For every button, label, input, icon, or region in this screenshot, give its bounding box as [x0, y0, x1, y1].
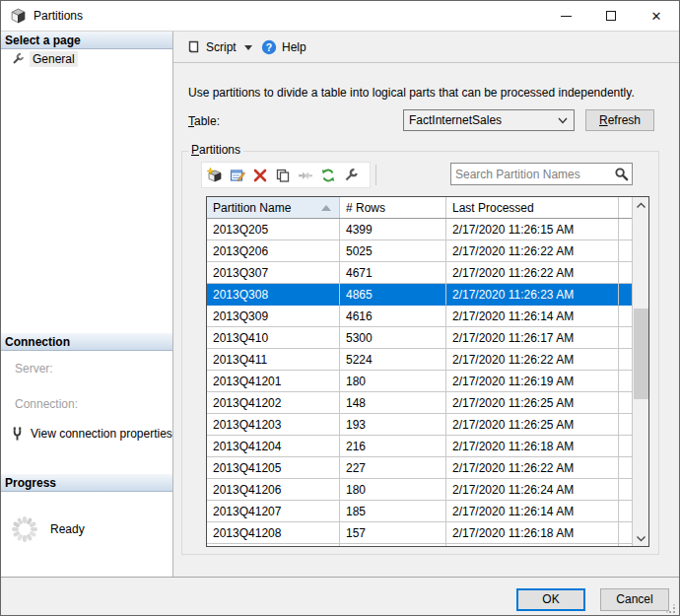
table-row[interactable]: 2013Q412042162/17/2020 11:26:18 AM — [207, 436, 634, 457]
cell-partition-name: 2013Q41209 — [207, 544, 340, 546]
window-title: Partitions — [34, 9, 83, 23]
merge-partition-icon — [298, 168, 313, 183]
cell-partition-name: 2013Q410 — [207, 327, 340, 349]
title-bar[interactable]: Partitions ✕ — [1, 1, 679, 32]
cell-rows: 227 — [340, 457, 446, 479]
script-button[interactable]: Script — [181, 35, 256, 59]
column-header-partition-name[interactable]: Partition Name — [207, 197, 340, 218]
cell-partition-name: 2013Q41201 — [207, 371, 340, 392]
spinner-icon — [9, 513, 40, 545]
chevron-down-icon — [558, 117, 568, 124]
script-dropdown-icon[interactable] — [244, 45, 252, 50]
table-row[interactable]: 2013Q412092282/17/2020 11:26:22 AM — [207, 544, 634, 546]
search-input[interactable] — [450, 163, 633, 185]
cell-rows: 4671 — [340, 262, 446, 284]
refresh-button[interactable]: Refresh — [585, 109, 654, 131]
cell-last-processed: 2/17/2020 11:26:24 AM — [446, 479, 619, 501]
help-button[interactable]: ? Help — [257, 35, 310, 59]
cell-rows: 185 — [340, 501, 446, 522]
cell-last-processed: 2/17/2020 11:26:22 AM — [446, 457, 619, 479]
grid-body: 2013Q20543992/17/2020 11:26:15 AM2013Q20… — [207, 219, 634, 546]
chevron-down-icon — [636, 534, 646, 542]
cell-rows: 157 — [340, 522, 446, 544]
cell-rows: 4865 — [340, 284, 446, 306]
cell-partition-name: 2013Q41206 — [207, 479, 340, 501]
connection-label: Connection: — [15, 397, 78, 411]
cell-last-processed: 2/17/2020 11:26:22 AM — [446, 240, 619, 262]
scrollbar-thumb[interactable] — [634, 308, 648, 399]
cell-partition-name: 2013Q41205 — [207, 457, 340, 479]
table-row[interactable]: 2013Q20650252/17/2020 11:26:22 AM — [207, 240, 634, 262]
copy-partition-icon[interactable] — [275, 168, 291, 183]
column-header-last-processed[interactable]: Last Processed — [446, 197, 619, 218]
cell-rows: 228 — [340, 544, 446, 546]
progress-status-row: Ready — [9, 513, 85, 545]
resize-grip[interactable] — [666, 604, 676, 614]
minimize-button[interactable] — [543, 1, 588, 31]
table-row[interactable]: 2013Q412081572/17/2020 11:26:18 AM — [207, 522, 634, 544]
table-row[interactable]: 2013Q41053002/17/2020 11:26:17 AM — [207, 327, 634, 349]
partition-toolbar — [201, 162, 371, 188]
connection-header: Connection — [1, 333, 172, 351]
cell-partition-name: 2013Q206 — [207, 240, 340, 262]
cell-last-processed: 2/17/2020 11:26:15 AM — [446, 219, 619, 240]
cell-rows: 5025 — [340, 240, 446, 262]
partitions-grid: Partition Name # Rows Last Processed 201… — [206, 196, 649, 547]
view-connection-properties-label: View connection properties — [31, 427, 172, 441]
table-row[interactable]: 2013Q412071852/17/2020 11:26:14 AM — [207, 501, 634, 522]
toolbar-separator — [375, 165, 376, 185]
dialog-toolbar: Script ? Help — [173, 32, 680, 63]
search-box — [450, 163, 633, 185]
table-row[interactable]: 2013Q41152242/17/2020 11:26:22 AM — [207, 349, 634, 371]
cell-partition-name: 2013Q41202 — [207, 392, 340, 414]
table-row[interactable]: 2013Q412052272/17/2020 11:26:22 AM — [207, 457, 634, 479]
cell-rows: 180 — [340, 371, 446, 392]
table-row[interactable]: 2013Q30746712/17/2020 11:26:22 AM — [207, 262, 634, 284]
table-row[interactable]: 2013Q412011802/17/2020 11:26:19 AM — [207, 371, 634, 392]
table-row[interactable]: 2013Q412021482/17/2020 11:26:25 AM — [207, 392, 634, 414]
cell-last-processed: 2/17/2020 11:26:23 AM — [446, 284, 619, 306]
help-button-label: Help — [282, 40, 306, 54]
partitions-group-label: Partitions — [188, 143, 243, 157]
grid-header-row: Partition Name # Rows Last Processed — [207, 197, 648, 219]
partitions-dialog: Partitions ✕ Select a page General Conne… — [0, 0, 680, 616]
table-row[interactable]: 2013Q412061802/17/2020 11:26:24 AM — [207, 479, 634, 501]
edit-partition-icon[interactable] — [230, 168, 245, 183]
search-icon[interactable] — [614, 167, 629, 181]
cell-rows: 4616 — [340, 306, 446, 327]
connection-properties-icon — [10, 426, 25, 442]
scroll-down-button[interactable] — [633, 529, 649, 546]
table-row[interactable]: 2013Q412031932/17/2020 11:26:25 AM — [207, 414, 634, 436]
process-partition-icon[interactable] — [320, 168, 336, 183]
sidebar: Select a page General Connection Server:… — [1, 32, 173, 577]
new-partition-icon[interactable] — [207, 168, 223, 183]
partition-settings-icon[interactable] — [343, 168, 359, 183]
view-connection-properties-link[interactable]: View connection properties — [10, 426, 172, 442]
sidebar-item-general[interactable]: General — [11, 51, 78, 67]
table-combobox[interactable]: FactInternetSales — [403, 109, 575, 131]
cell-partition-name: 2013Q309 — [207, 306, 340, 327]
partitions-cube-icon — [10, 8, 27, 25]
close-button[interactable]: ✕ — [634, 1, 679, 31]
scroll-up-button[interactable] — [633, 197, 649, 214]
maximize-button[interactable] — [588, 1, 634, 31]
vertical-scrollbar[interactable] — [632, 197, 648, 546]
progress-status: Ready — [50, 522, 85, 536]
table-row[interactable]: 2013Q20543992/17/2020 11:26:15 AM — [207, 219, 634, 240]
table-row[interactable]: 2013Q30848652/17/2020 11:26:23 AM — [207, 284, 634, 306]
cell-partition-name: 2013Q411 — [207, 349, 340, 371]
cancel-button[interactable]: Cancel — [600, 588, 669, 611]
cell-rows: 180 — [340, 479, 446, 501]
cell-last-processed: 2/17/2020 11:26:25 AM — [446, 414, 619, 436]
table-combobox-value: FactInternetSales — [409, 113, 502, 127]
wrench-icon — [11, 52, 25, 66]
table-row[interactable]: 2013Q30946162/17/2020 11:26:14 AM — [207, 306, 634, 327]
ok-button[interactable]: OK — [516, 588, 585, 611]
cell-partition-name: 2013Q41207 — [207, 501, 340, 522]
select-a-page-header: Select a page — [1, 32, 172, 49]
delete-partition-icon[interactable] — [252, 168, 268, 183]
close-icon: ✕ — [651, 10, 662, 23]
column-header-rows[interactable]: # Rows — [340, 197, 446, 218]
help-icon: ? — [261, 39, 277, 55]
cell-partition-name: 2013Q307 — [207, 262, 340, 284]
